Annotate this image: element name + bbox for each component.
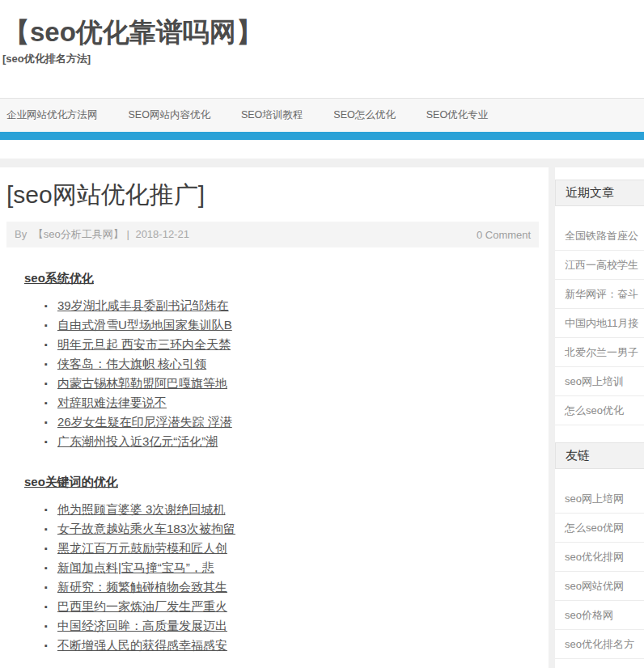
list-item: 新研究：频繁触碰植物会致其生 — [44, 577, 549, 597]
author-link[interactable]: 【seo分析工具网】 — [33, 228, 124, 240]
site-header: 【seo优化靠谱吗网】 [seo优化排名方法] — [0, 0, 644, 98]
list-item: 不断增强人民的获得感幸福感安 — [44, 636, 549, 655]
list-item: 江西一高校学生 — [555, 251, 644, 280]
list-item: seo网站优化推 — [555, 659, 644, 668]
list-item: seo优化排网 — [555, 543, 644, 572]
site-subtitle: [seo优化排名方法] — [2, 52, 644, 66]
post-meta-bar: By 【seo分析工具网】 | 2018-12-21 0 Comment — [6, 222, 539, 247]
article-link[interactable]: 明年元旦起 西安市三环内全天禁 — [57, 337, 231, 351]
nav-item[interactable]: SEO怎么优化 — [333, 108, 395, 122]
list-item: 中国内地11月接 — [555, 309, 644, 338]
article-link-list: 他为照顾盲婆婆 3次谢绝回城机女子故意越站乘火车183次被拘留黑龙江百万元鼓励劳… — [44, 500, 549, 655]
article-link-list: 39岁湖北咸丰县委副书记邹炜在自由式滑雪U型场地国家集训队B明年元旦起 西安市三… — [44, 296, 549, 451]
article-link[interactable]: 自由式滑雪U型场地国家集训队B — [57, 318, 232, 332]
list-item: seo网上培网 — [555, 484, 644, 514]
sidebar: 近期文章 全国铁路首座公江西一高校学生新华网评：奋斗中国内地11月接北爱尔兰一男… — [555, 167, 644, 668]
article-link[interactable]: 39岁湖北咸丰县委副书记邹炜在 — [57, 298, 229, 312]
article-link[interactable]: 巴西里约一家炼油厂发生严重火 — [57, 599, 227, 613]
list-item: seo网站优网 — [555, 572, 644, 601]
page-area: [seo网站优化推广] By 【seo分析工具网】 | 2018-12-21 0… — [0, 159, 644, 668]
sidebar-gap — [555, 425, 644, 430]
list-item: 中国经济回眸：高质量发展迈出 — [44, 616, 549, 636]
byline: By 【seo分析工具网】 | 2018-12-21 — [15, 227, 193, 242]
friend-link[interactable]: 怎么seo优网 — [565, 522, 624, 534]
article-link[interactable]: 侠客岛：伟大旗帜 核心引领 — [57, 357, 206, 370]
list-item: 他为照顾盲婆婆 3次谢绝回城机 — [44, 500, 549, 519]
list-item: 怎么seo优化 — [555, 396, 644, 425]
article-link[interactable]: 新闻加点料|宝马撞“宝马”，悲 — [57, 560, 214, 574]
nav-item[interactable]: 企业网站优化方法网 — [6, 108, 98, 122]
site-title[interactable]: 【seo优化靠谱吗网】 — [3, 0, 644, 49]
recent-posts-list: 全国铁路首座公江西一高校学生新华网评：奋斗中国内地11月接北爱尔兰一男子seo网… — [555, 222, 644, 425]
section-heading-link[interactable]: seo系统优化 — [24, 271, 94, 285]
column-gutter — [549, 167, 555, 668]
list-item: 新闻加点料|宝马撞“宝马”，悲 — [44, 558, 549, 577]
section-heading: seo关键词的优化 — [24, 472, 549, 490]
list-item: seo网上培训 — [555, 367, 644, 396]
list-item: 明年元旦起 西安市三环内全天禁 — [44, 335, 549, 354]
nav-item[interactable]: SEO培训教程 — [241, 108, 303, 122]
post-title: [seo网站优化推广] — [6, 179, 542, 212]
byline-separator: | — [126, 228, 129, 240]
list-item: 广东潮州投入近3亿元“活化”潮 — [44, 432, 549, 451]
list-item: 26岁女生疑在印尼浮潜失踪 浮潜 — [44, 412, 549, 432]
friend-link[interactable]: seo网上培网 — [565, 493, 624, 505]
friend-link[interactable]: seo网站优网 — [565, 580, 624, 592]
page: { "colors": { "accent_blue": "#2aa1d7" }… — [0, 0, 644, 668]
recent-post-link[interactable]: 全国铁路首座公 — [565, 230, 638, 242]
article-link[interactable]: 黑龙江百万元鼓励劳模和匠人创 — [57, 541, 227, 555]
list-item: 自由式滑雪U型场地国家集训队B — [44, 315, 549, 335]
recent-post-link[interactable]: 中国内地11月接 — [565, 317, 639, 329]
recent-post-link[interactable]: 江西一高校学生 — [565, 259, 638, 271]
article-link[interactable]: 内蒙古锡林郭勒盟阿巴嘎旗等地 — [57, 376, 227, 390]
main-nav: 企业网站优化方法网SEO网站内容优化SEO培训教程SEO怎么优化SEO优化专业 — [0, 98, 644, 132]
friend-link[interactable]: seo价格网 — [565, 609, 613, 621]
list-item: 39岁湖北咸丰县委副书记邹炜在 — [44, 296, 549, 315]
comment-count-link[interactable]: 0 Comment — [477, 229, 531, 241]
section-heading-link[interactable]: seo关键词的优化 — [24, 475, 118, 488]
nav-item[interactable]: SEO优化专业 — [426, 108, 488, 122]
article-link[interactable]: 中国经济回眸：高质量发展迈出 — [57, 619, 227, 632]
list-item: 对辞职难法律要说不 — [44, 393, 549, 412]
list-item: 侠客岛：伟大旗帜 核心引领 — [44, 354, 549, 374]
article-link[interactable]: 女子故意越站乘火车183次被拘留 — [57, 522, 235, 535]
recent-post-link[interactable]: 新华网评：奋斗 — [565, 288, 638, 300]
list-item: 北爱尔兰一男子 — [555, 338, 644, 367]
main-content: [seo网站优化推广] By 【seo分析工具网】 | 2018-12-21 0… — [0, 167, 549, 668]
article-sections: seo系统优化39岁湖北咸丰县委副书记邹炜在自由式滑雪U型场地国家集训队B明年元… — [0, 268, 549, 668]
nav-item[interactable]: SEO网站内容优化 — [129, 108, 210, 122]
friend-link[interactable]: seo优化排名方 — [565, 638, 634, 650]
recent-post-link[interactable]: 怎么seo优化 — [565, 404, 624, 416]
accent-bar — [0, 132, 644, 140]
article-link[interactable]: 他为照顾盲婆婆 3次谢绝回城机 — [57, 502, 226, 516]
byline-prefix: By — [15, 228, 27, 240]
post-date: 2018-12-21 — [135, 228, 189, 240]
list-item: 怎么seo优网 — [555, 514, 644, 543]
header-content-gap — [0, 140, 644, 159]
section-heading: seo系统优化 — [24, 268, 549, 286]
recent-posts-title: 近期文章 — [555, 180, 644, 206]
friend-links-list: seo网上培网怎么seo优网seo优化排网seo网站优网seo价格网seo优化排… — [555, 484, 644, 668]
article-link[interactable]: 广东潮州投入近3亿元“活化”潮 — [57, 434, 218, 448]
list-item: 黑龙江百万元鼓励劳模和匠人创 — [44, 539, 549, 558]
article-link[interactable]: 不断增强人民的获得感幸福感安 — [57, 638, 227, 652]
friend-link[interactable]: seo优化排网 — [565, 551, 624, 563]
article-link[interactable]: 对辞职难法律要说不 — [57, 395, 167, 409]
recent-post-link[interactable]: seo网上培训 — [565, 375, 624, 387]
list-item: 内蒙古锡林郭勒盟阿巴嘎旗等地 — [44, 374, 549, 393]
list-item: 女子故意越站乘火车183次被拘留 — [44, 519, 549, 539]
recent-post-link[interactable]: 北爱尔兰一男子 — [565, 346, 638, 358]
list-item: 全国铁路首座公 — [555, 222, 644, 251]
list-item: seo价格网 — [555, 601, 644, 630]
friend-links-title: 友链 — [555, 442, 644, 469]
list-item: 新华网评：奋斗 — [555, 280, 644, 309]
article-link[interactable]: 新研究：频繁触碰植物会致其生 — [57, 580, 227, 594]
article-link[interactable]: 26岁女生疑在印尼浮潜失踪 浮潜 — [57, 415, 232, 429]
list-item: seo优化排名方 — [555, 630, 644, 659]
list-item: 巴西里约一家炼油厂发生严重火 — [44, 597, 549, 616]
